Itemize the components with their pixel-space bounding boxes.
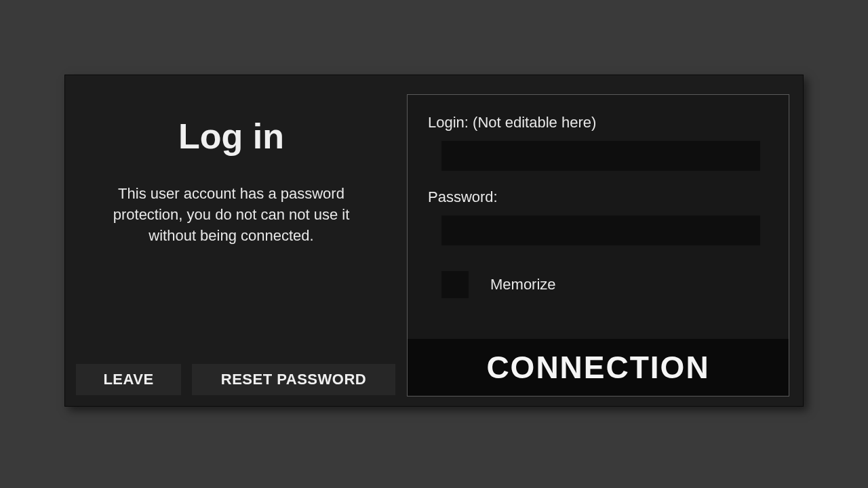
login-dialog: Log in This user account has a password … [64, 75, 804, 407]
dialog-description: This user account has a password protect… [85, 184, 377, 246]
bottom-button-row: LEAVE RESET PASSWORD [76, 364, 395, 395]
memorize-label: Memorize [490, 276, 556, 293]
form-panel: Login: (Not editable here) Password: Mem… [397, 75, 803, 406]
reset-password-button[interactable]: RESET PASSWORD [192, 364, 395, 395]
password-input[interactable] [441, 216, 760, 245]
login-form: Login: (Not editable here) Password: Mem… [407, 94, 789, 396]
connection-button[interactable]: CONNECTION [408, 339, 789, 396]
login-label: Login: (Not editable here) [428, 114, 768, 131]
info-panel: Log in This user account has a password … [65, 75, 397, 406]
dialog-title: Log in [85, 116, 377, 157]
login-input [441, 141, 760, 171]
memorize-checkbox[interactable] [441, 271, 469, 298]
memorize-row: Memorize [441, 271, 768, 298]
password-label: Password: [428, 188, 768, 206]
leave-button[interactable]: LEAVE [76, 364, 181, 395]
